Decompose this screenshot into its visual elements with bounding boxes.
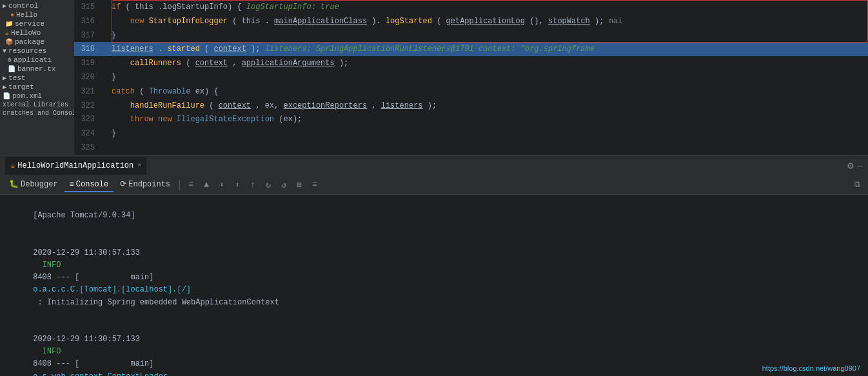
editor-area: ▶ control ● Hello 📁 service ☕ HelloWo 📦 … [0, 0, 868, 155]
sidebar-label: service [15, 20, 44, 28]
log-level: INFO [33, 261, 65, 270]
line-number: 315 [74, 3, 100, 12]
line-content: throw new IllegalStateException (ex); [112, 115, 868, 124]
config-icon: ⚙ [8, 56, 12, 64]
toolbar-btn-refresh[interactable]: ↑ [246, 178, 260, 192]
log-msg: : Initializing Spring embedded WebApplic… [33, 298, 279, 307]
sidebar-label: banner.tx [17, 65, 55, 73]
tab-endpoints[interactable]: ⟳ Endpoints [115, 177, 175, 192]
toolbar-btn-list[interactable]: ≡ [184, 178, 198, 192]
editor-tab-bar: ☕ HelloWorldMainApplication × ⚙ — [0, 155, 868, 175]
sidebar-item-banner[interactable]: 📄 banner.tx [0, 64, 74, 74]
toolbar-btn-down-arrow[interactable]: ⬇ [215, 178, 229, 192]
sidebar-label: Hello [16, 11, 37, 19]
sidebar-item-pom[interactable]: 📄 pom.xml [0, 92, 74, 101]
line-content: catch ( Throwable ex) { [112, 87, 868, 96]
log-text: [Apache Tomcat/9.0.34] [33, 211, 135, 220]
log-line-2: 2020-12-29 11:30:57.133 INFO 8408 --- [ … [5, 321, 863, 376]
code-line-321: 321 catch ( Throwable ex) { [74, 84, 868, 99]
tab-console[interactable]: ≡ Console [64, 178, 114, 192]
sidebar-item-target[interactable]: ▶ target [0, 83, 74, 92]
tab-debugger-label: Debugger [21, 180, 58, 189]
log-class: o.s.web.context.ContextLoader [33, 372, 219, 376]
java-icon: ☕ [5, 29, 9, 37]
minimize-icon[interactable]: — [858, 161, 863, 171]
package-icon: 📦 [5, 38, 13, 46]
sidebar-item-hello[interactable]: ● Hello [0, 10, 74, 19]
code-lines: 315 if ( this .logStartupInfo) { logStar… [74, 0, 868, 155]
line-content: } [112, 73, 868, 82]
toolbar-right-area: ⧉ [850, 178, 864, 192]
tab-endpoints-label: Endpoints [128, 180, 170, 189]
code-editor: 315 if ( this .logStartupInfo) { logStar… [74, 0, 868, 155]
sidebar-label: resources [8, 47, 46, 55]
sidebar-item-ext-libs[interactable]: xternal Libraries [0, 101, 74, 109]
tab-label: HelloWorldMainApplication [17, 161, 133, 170]
sidebar-label: package [15, 38, 44, 46]
log-pid: 8408 --- [ main] [33, 359, 158, 368]
bottom-toolbar: 🐛 Debugger ≡ Console ⟳ Endpoints ≡ ▲ ⬇ ⬆… [0, 175, 868, 195]
toolbar-btn-grid[interactable]: ⊞ [292, 178, 306, 192]
code-line-322: 322 handleRunFailure ( context , ex, exc… [74, 99, 868, 113]
line-number: 323 [74, 115, 100, 124]
console-output: [Apache Tomcat/9.0.34] 2020-12-29 11:30:… [0, 195, 868, 376]
log-level: INFO [33, 347, 65, 356]
folder-icon: ▶ [3, 83, 6, 91]
line-content: listeners . started ( context ); listene… [112, 45, 868, 54]
folder-icon: ▶ [3, 2, 6, 10]
folder-icon: ▼ [3, 48, 6, 55]
console-icon: ≡ [70, 180, 74, 189]
sidebar-label: xternal Libraries [3, 101, 68, 108]
line-number: 321 [74, 87, 100, 96]
folder-icon: 📁 [5, 20, 13, 28]
code-line-320: 320 } [74, 70, 868, 84]
file-icon: 📄 [8, 65, 15, 73]
endpoints-icon: ⟳ [120, 179, 126, 189]
line-content: new StartupInfoLogger ( this . mainAppli… [112, 17, 868, 26]
sidebar-label: target [8, 83, 34, 91]
bottom-panel: 🐛 Debugger ≡ Console ⟳ Endpoints ≡ ▲ ⬇ ⬆… [0, 175, 868, 376]
timestamp: 2020-12-29 11:30:57.133 [33, 248, 140, 257]
code-line-315: 315 if ( this .logStartupInfo) { logStar… [74, 0, 868, 14]
line-number: 316 [74, 17, 100, 26]
folder-icon: ▶ [3, 74, 6, 82]
toolbar-separator [179, 180, 180, 190]
line-content: } [112, 129, 868, 138]
settings-icon[interactable]: ⚙ [847, 159, 854, 172]
file-tree-sidebar: ▶ control ● Hello 📁 service ☕ HelloWo 📦 … [0, 0, 74, 155]
line-number: 319 [74, 59, 100, 68]
debugger-icon: 🐛 [9, 179, 19, 189]
toolbar-btn-reset[interactable]: ↺ [277, 178, 291, 192]
line-number: 325 [74, 143, 100, 152]
line-number: 322 [74, 101, 100, 110]
toolbar-btn-up[interactable]: ▲ [199, 178, 213, 192]
line-number: 324 [74, 129, 100, 138]
log-class: o.a.c.c.C.[Tomcat].[localhost].[/] [33, 285, 219, 294]
tab-close-button[interactable]: × [137, 162, 141, 169]
code-line-325: 325 [74, 141, 868, 155]
toolbar-btn-layout[interactable]: ⧉ [850, 178, 864, 192]
sidebar-label: cratches and Consol [3, 110, 74, 117]
code-line-319: 319 callRunners ( context , applicationA… [74, 56, 868, 70]
sidebar-item-test[interactable]: ▶ test [0, 74, 74, 83]
xml-icon: 📄 [3, 92, 10, 100]
line-content: handleRunFailure ( context , ex, excepti… [112, 101, 868, 110]
log-pid: 8408 --- [ main] [33, 273, 158, 282]
toolbar-btn-restart[interactable]: ↻ [261, 178, 275, 192]
tab-helloworldmainapplication[interactable]: ☕ HelloWorldMainApplication × [5, 157, 146, 175]
sidebar-item-package[interactable]: 📦 package [0, 37, 74, 46]
log-line-tomcat: [Apache Tomcat/9.0.34] [5, 197, 863, 235]
toolbar-btn-up-arrow[interactable]: ⬆ [230, 178, 244, 192]
sidebar-item-service[interactable]: 📁 service [0, 19, 74, 28]
log-line-1: 2020-12-29 11:30:57.133 INFO 8408 --- [ … [5, 235, 863, 321]
sidebar-item-hellowo[interactable]: ☕ HelloWo [0, 28, 74, 37]
line-content: } [112, 31, 868, 40]
sidebar-item-applicati[interactable]: ⚙ applicati [0, 55, 74, 64]
tab-debugger[interactable]: 🐛 Debugger [4, 177, 63, 192]
sidebar-item-control[interactable]: ▶ control [0, 1, 74, 10]
sidebar-item-resources[interactable]: ▼ resources [0, 46, 74, 55]
toolbar-btn-menu[interactable]: ≡ [308, 178, 322, 192]
code-line-318: 318 listeners . started ( context ); lis… [74, 42, 868, 56]
sidebar-item-scratches[interactable]: cratches and Consol [0, 109, 74, 117]
watermark: https://blog.csdn.net/wang0907 [762, 364, 860, 372]
